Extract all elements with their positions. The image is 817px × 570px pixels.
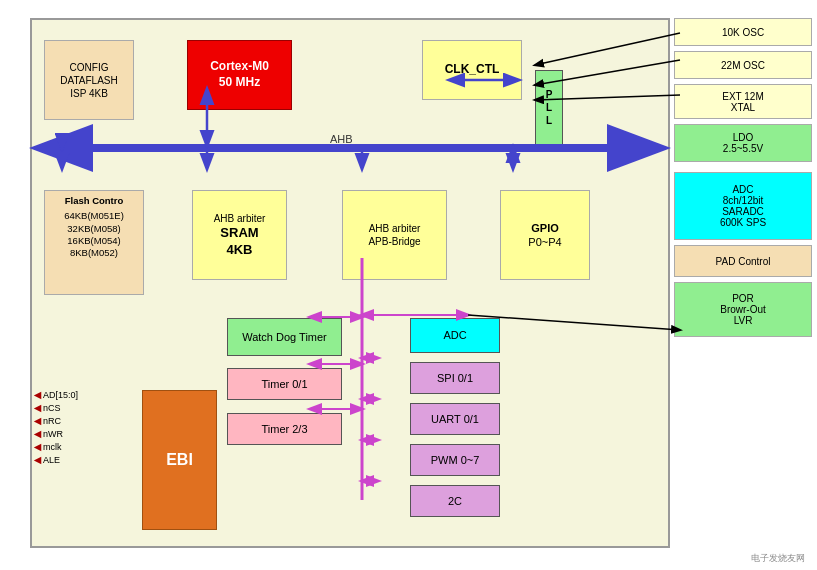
block-pad-control: PAD Control bbox=[674, 245, 812, 277]
timer01-label: Timer 0/1 bbox=[261, 377, 307, 391]
timer23-label: Timer 2/3 bbox=[261, 422, 307, 436]
xtal-label: EXT 12MXTAL bbox=[722, 91, 764, 113]
flash-d3: 16KB(M054) bbox=[67, 235, 120, 247]
block-ldo: LDO2.5~5.5V bbox=[674, 124, 812, 162]
gpio-line2: P0~P4 bbox=[528, 235, 561, 249]
block-ebi: EBI bbox=[142, 390, 217, 530]
spi-label: SPI 0/1 bbox=[437, 371, 473, 385]
config-line2: DATAFLASH bbox=[60, 74, 117, 87]
config-line3: ISP 4KB bbox=[70, 87, 108, 100]
signal-ad-label: AD[15:0] bbox=[43, 390, 78, 400]
block-pwm: PWM 0~7 bbox=[410, 444, 500, 476]
block-ext-xtal: EXT 12MXTAL bbox=[674, 84, 812, 119]
block-adc-right: ADC8ch/12bitSARADC600K SPS bbox=[674, 172, 812, 240]
block-pll: P L L bbox=[535, 70, 563, 145]
gpio-line1: GPIO bbox=[531, 221, 559, 235]
flash-title: Flash Contro bbox=[65, 195, 124, 207]
flash-d4: 8KB(M052) bbox=[70, 247, 118, 259]
watermark: 电子发烧友网 bbox=[751, 552, 805, 565]
uart-label: UART 0/1 bbox=[431, 412, 479, 426]
signal-nrc-label: nRC bbox=[43, 416, 61, 426]
main-board: CONFIG DATAFLASH ISP 4KB Cortex-M0 50 MH… bbox=[30, 18, 670, 548]
block-por: PORBrowr-OutLVR bbox=[674, 282, 812, 337]
ahb1-line3: 4KB bbox=[226, 242, 252, 259]
block-clk: CLK_CTL bbox=[422, 40, 522, 100]
flash-d2: 32KB(M058) bbox=[67, 223, 120, 235]
block-timer01: Timer 0/1 bbox=[227, 368, 342, 400]
signal-nwr-label: nWR bbox=[43, 429, 63, 439]
block-ahb2: AHB arbiter APB-Bridge bbox=[342, 190, 447, 280]
clk-label: CLK_CTL bbox=[445, 62, 500, 78]
por-label: PORBrowr-OutLVR bbox=[720, 293, 766, 326]
config-line1: CONFIG bbox=[70, 61, 109, 74]
i2c-label: 2C bbox=[448, 494, 462, 508]
block-spi: SPI 0/1 bbox=[410, 362, 500, 394]
flash-d1: 64KB(M051E) bbox=[64, 210, 124, 222]
signal-ncs: ◀ nCS bbox=[34, 403, 78, 413]
osc-22m-label: 22M OSC bbox=[721, 60, 765, 71]
signal-ad: ◀ AD[15:0] bbox=[34, 390, 78, 400]
ahb1-line1: AHB arbiter bbox=[214, 212, 266, 225]
block-gpio: GPIO P0~P4 bbox=[500, 190, 590, 280]
pll-label: P L L bbox=[546, 71, 553, 144]
left-signals: ◀ AD[15:0] ◀ nCS ◀ nRC ◀ nWR ◀ mclk ◀ AL… bbox=[34, 390, 78, 468]
right-panel: 10K OSC 22M OSC EXT 12MXTAL LDO2.5~5.5V … bbox=[674, 18, 812, 337]
pwm-label: PWM 0~7 bbox=[431, 453, 480, 467]
signal-ale-label: ALE bbox=[43, 455, 60, 465]
block-config: CONFIG DATAFLASH ISP 4KB bbox=[44, 40, 134, 120]
block-flash: Flash Contro 64KB(M051E) 32KB(M058) 16KB… bbox=[44, 190, 144, 295]
signal-ale: ◀ ALE bbox=[34, 455, 78, 465]
adc-main-label: ADC bbox=[443, 328, 466, 342]
block-adc-main: ADC bbox=[410, 318, 500, 353]
block-ahb1: AHB arbiter SRAM 4KB bbox=[192, 190, 287, 280]
ebi-label: EBI bbox=[166, 450, 193, 471]
cortex-line2: 50 MHz bbox=[219, 75, 260, 91]
signal-nrc: ◀ nRC bbox=[34, 416, 78, 426]
block-timer23: Timer 2/3 bbox=[227, 413, 342, 445]
block-22m-osc: 22M OSC bbox=[674, 51, 812, 79]
ldo-label: LDO2.5~5.5V bbox=[723, 132, 763, 154]
diagram-container: CONFIG DATAFLASH ISP 4KB Cortex-M0 50 MH… bbox=[0, 0, 817, 570]
adc-right-label: ADC8ch/12bitSARADC600K SPS bbox=[720, 184, 766, 228]
signal-mclk: ◀ mclk bbox=[34, 442, 78, 452]
block-cortex: Cortex-M0 50 MHz bbox=[187, 40, 292, 110]
cortex-line1: Cortex-M0 bbox=[210, 59, 269, 75]
osc-10k-label: 10K OSC bbox=[722, 27, 764, 38]
block-10k-osc: 10K OSC bbox=[674, 18, 812, 46]
wdt-label: Watch Dog Timer bbox=[242, 330, 327, 344]
ahb2-line2: APB-Bridge bbox=[368, 235, 420, 248]
ahb1-line2: SRAM bbox=[220, 225, 258, 242]
signal-nwr: ◀ nWR bbox=[34, 429, 78, 439]
signal-mclk-label: mclk bbox=[43, 442, 62, 452]
block-uart: UART 0/1 bbox=[410, 403, 500, 435]
ahb2-line1: AHB arbiter bbox=[369, 222, 421, 235]
block-wdt: Watch Dog Timer bbox=[227, 318, 342, 356]
signal-ncs-label: nCS bbox=[43, 403, 61, 413]
pad-label: PAD Control bbox=[716, 256, 771, 267]
block-i2c: 2C bbox=[410, 485, 500, 517]
